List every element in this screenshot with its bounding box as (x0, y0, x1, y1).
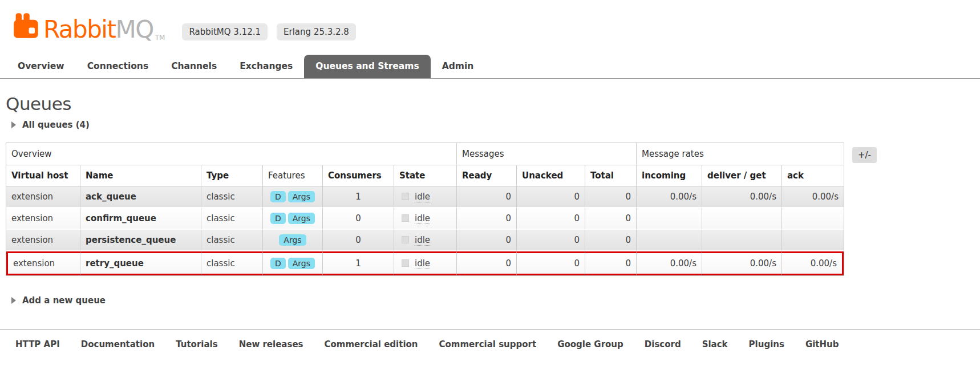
state-cell: idle (394, 251, 457, 275)
app-header: Rabbit MQ TM RabbitMQ 3.12.1 Erlang 25.3… (0, 0, 980, 41)
footer-link-tutorials[interactable]: Tutorials (176, 339, 217, 349)
rabbitmq-logo[interactable]: Rabbit MQ TM (13, 13, 165, 41)
total-cell: 0 (585, 251, 637, 275)
state-cell: idle (394, 186, 457, 208)
virtual-host-cell: extension (6, 208, 80, 230)
queues-table: OverviewMessagesMessage ratesVirtual hos… (6, 143, 844, 276)
queues-table-wrap: OverviewMessagesMessage ratesVirtual hos… (6, 143, 980, 276)
consumers-cell: 1 (323, 186, 394, 208)
column-header-type[interactable]: Type (201, 165, 263, 186)
column-header-total[interactable]: Total (585, 165, 637, 186)
queue-state-label: idle (415, 192, 430, 202)
tab-queues-and-streams[interactable]: Queues and Streams (304, 55, 430, 78)
footer-link-http-api[interactable]: HTTP API (15, 339, 60, 349)
feature-badge-d: D (270, 213, 286, 224)
column-header-ack[interactable]: ack (782, 165, 844, 186)
column-header-deliver-get[interactable]: deliver / get (702, 165, 782, 186)
type-cell: classic (201, 230, 263, 251)
queue-state-label: idle (415, 258, 430, 269)
unacked-cell: 0 (517, 208, 585, 230)
brand-text-rabbit: Rabbit (43, 18, 115, 41)
group-header-message-rates: Message rates (637, 143, 844, 165)
state-indicator-icon (402, 214, 409, 222)
footer-link-plugins[interactable]: Plugins (749, 339, 784, 349)
ack-cell: 0.00/s (782, 251, 844, 275)
footer-link-slack[interactable]: Slack (702, 339, 728, 349)
unacked-cell: 0 (517, 251, 585, 275)
column-header-virtual-host[interactable]: Virtual host (6, 165, 80, 186)
column-header-state[interactable]: State (394, 165, 457, 186)
ack-cell (782, 230, 844, 251)
name-cell: persistence_queue (80, 230, 201, 251)
name-cell: retry_queue (80, 251, 201, 275)
deliver-get-cell (702, 230, 782, 251)
ready-cell: 0 (457, 186, 517, 208)
feature-badge-d: D (270, 258, 286, 269)
state-cell: idle (394, 230, 457, 251)
queue-row-retry-queue[interactable]: extensionretry_queueclassicDArgs1idle000… (6, 251, 844, 275)
footer-link-github[interactable]: GitHub (805, 339, 839, 349)
version-badge-rabbitmq: RabbitMQ 3.12.1 (182, 23, 268, 40)
column-header-unacked[interactable]: Unacked (517, 165, 585, 186)
triangle-right-icon (11, 297, 16, 304)
features-cell: Args (263, 230, 323, 251)
column-header-incoming[interactable]: incoming (637, 165, 702, 186)
brand-text-mq: MQ (115, 18, 153, 41)
deliver-get-cell (702, 208, 782, 230)
version-badge-erlang: Erlang 25.3.2.8 (277, 23, 356, 40)
nav-tabs: OverviewConnectionsChannelsExchangesQueu… (0, 55, 980, 79)
footer-link-discord[interactable]: Discord (645, 339, 681, 349)
footer-link-new-releases[interactable]: New releases (239, 339, 303, 349)
footer-link-commercial-support[interactable]: Commercial support (439, 339, 537, 349)
consumers-cell: 0 (323, 230, 394, 251)
rabbitmq-management-page: Rabbit MQ TM RabbitMQ 3.12.1 Erlang 25.3… (0, 0, 980, 374)
features-cell: DArgs (263, 208, 323, 230)
type-cell: classic (201, 208, 263, 230)
incoming-cell: 0.00/s (637, 251, 702, 275)
deliver-get-cell: 0.00/s (702, 186, 782, 208)
add-queue-label: Add a new queue (22, 295, 106, 306)
queue-row-ack-queue[interactable]: extensionack_queueclassicDArgs1idle0000.… (6, 186, 844, 208)
queue-state-label: idle (415, 213, 430, 224)
state-indicator-icon (402, 259, 409, 267)
virtual-host-cell: extension (6, 230, 80, 251)
tab-exchanges[interactable]: Exchanges (228, 55, 304, 78)
queue-row-persistence-queue[interactable]: extensionpersistence_queueclassicArgs0id… (6, 230, 844, 251)
column-header-name[interactable]: Name (80, 165, 201, 186)
consumers-cell: 0 (323, 208, 394, 230)
all-queues-toggle[interactable]: All queues (4) (6, 120, 980, 130)
incoming-cell (637, 208, 702, 230)
column-toggle-button[interactable]: +/- (852, 147, 877, 163)
feature-badge-d: D (270, 191, 286, 202)
tab-overview[interactable]: Overview (6, 55, 76, 78)
incoming-cell: 0.00/s (637, 186, 702, 208)
trademark-label: TM (155, 34, 165, 41)
table-column-header-row: Virtual hostNameTypeFeaturesConsumersSta… (6, 165, 844, 186)
feature-badge-args: Args (288, 258, 315, 269)
all-queues-label: All queues (4) (22, 120, 90, 130)
tab-channels[interactable]: Channels (160, 55, 228, 78)
footer-link-commercial-edition[interactable]: Commercial edition (325, 339, 418, 349)
footer-link-documentation[interactable]: Documentation (81, 339, 155, 349)
ready-cell: 0 (457, 230, 517, 251)
footer-link-google-group[interactable]: Google Group (557, 339, 623, 349)
page-title: Queues (6, 93, 980, 114)
tab-admin[interactable]: Admin (431, 55, 485, 78)
table-group-header-row: OverviewMessagesMessage rates (6, 143, 844, 165)
column-header-consumers[interactable]: Consumers (323, 165, 394, 186)
ready-cell: 0 (457, 251, 517, 275)
total-cell: 0 (585, 208, 637, 230)
add-queue-toggle[interactable]: Add a new queue (6, 295, 980, 306)
column-header-ready[interactable]: Ready (457, 165, 517, 186)
state-indicator-icon (402, 236, 409, 243)
group-header-messages: Messages (457, 143, 637, 165)
incoming-cell (637, 230, 702, 251)
unacked-cell: 0 (517, 186, 585, 208)
total-cell: 0 (585, 186, 637, 208)
version-badges: RabbitMQ 3.12.1 Erlang 25.3.2.8 (182, 23, 355, 40)
features-cell: DArgs (263, 251, 323, 275)
queue-row-confirm-queue[interactable]: extensionconfirm_queueclassicDArgs0idle0… (6, 208, 844, 230)
unacked-cell: 0 (517, 230, 585, 251)
tab-connections[interactable]: Connections (76, 55, 160, 78)
features-cell: DArgs (263, 186, 323, 208)
